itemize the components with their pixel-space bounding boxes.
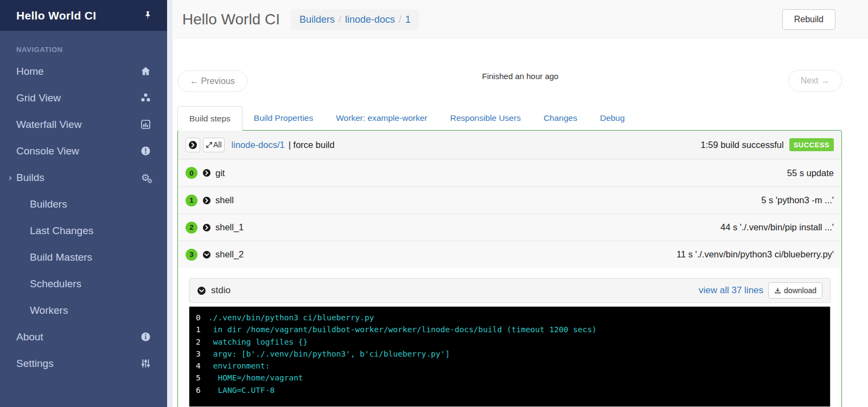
step-number-badge: 2 xyxy=(186,222,197,234)
sidebar-item-build-masters[interactable]: Build Masters xyxy=(0,244,167,270)
build-step-row-shell_2[interactable]: 3shell_211 s './.venv/bin/python3 ci/blu… xyxy=(178,241,841,268)
sidebar-item-waterfall-view[interactable]: Waterfall View xyxy=(0,111,167,138)
log-header: stdio view all 37 lines download xyxy=(189,278,831,303)
sidebar-item-label: Builds xyxy=(16,172,139,184)
chevron-down-circle-icon[interactable] xyxy=(202,250,215,259)
tab-changes[interactable]: Changes xyxy=(532,106,589,130)
log-line: 1 in dir /home/vagrant/buildbot-worker/w… xyxy=(196,324,824,335)
log-line-text: environment: xyxy=(208,360,270,372)
sidebar: Hello World CI NAVIGATION HomeGrid ViewW… xyxy=(0,0,167,407)
sidebar-item-label: Home xyxy=(16,66,139,77)
step-duration-detail: 44 s './.venv/bin/pip install ...' xyxy=(720,222,834,232)
exclamation-circle-icon xyxy=(139,145,151,157)
sidebar-gutter xyxy=(167,0,173,407)
log-line-text: argv: [b'./.venv/bin/python3', b'ci/blue… xyxy=(208,348,450,360)
tab-build-steps[interactable]: Build steps xyxy=(177,106,242,131)
expand-all-label: All xyxy=(213,140,222,149)
log-line: 4 environment: xyxy=(196,360,824,372)
step-number-badge: 0 xyxy=(186,167,197,179)
download-label: download xyxy=(784,286,816,295)
sidebar-item-label: Builders xyxy=(30,198,151,210)
build-pager: ← Previous Finished an hour ago Next → xyxy=(173,39,868,106)
sidebar-item-builds[interactable]: ›Builds⚙⚙ xyxy=(0,164,167,191)
build-step-row-shell_1[interactable]: 2shell_144 s './.venv/bin/pip install ..… xyxy=(178,214,841,241)
log-line-text: HOME=/home/vagrant xyxy=(208,372,303,384)
expand-chevron-icon[interactable]: › xyxy=(9,172,16,183)
sidebar-item-label: Build Masters xyxy=(30,251,151,263)
gears-icon: ⚙⚙ xyxy=(139,172,151,184)
build-panel-heading: All linode-docs/1 | force build 1:59 bui… xyxy=(178,131,841,159)
sidebar-item-label: Grid View xyxy=(16,92,139,104)
sidebar-item-workers[interactable]: Workers xyxy=(0,297,167,324)
step-number-badge: 1 xyxy=(186,195,197,206)
next-build-button[interactable]: Next → xyxy=(788,70,842,92)
step-name: shell xyxy=(215,195,234,205)
cubes-icon xyxy=(139,92,151,104)
breadcrumb-link[interactable]: Builders xyxy=(299,14,335,25)
sidebar-item-label: Waterfall View xyxy=(16,119,139,131)
home-icon xyxy=(139,66,151,77)
log-line-number: 4 xyxy=(196,360,203,372)
tab-worker-example-worker[interactable]: Worker: example-worker xyxy=(324,106,439,130)
builder-build-link[interactable]: linode-docs/1 xyxy=(232,140,285,150)
view-all-lines-link[interactable]: view all 37 lines xyxy=(699,285,763,296)
tab-debug[interactable]: Debug xyxy=(589,106,636,130)
build-duration-status: 1:59 build successful xyxy=(700,140,783,150)
sidebar-item-label: Schedulers xyxy=(30,278,151,290)
sidebar-item-settings[interactable]: Settings xyxy=(0,350,167,377)
tab-build-properties[interactable]: Build Properties xyxy=(242,106,324,130)
bar-chart-icon xyxy=(139,119,151,131)
sidebar-item-grid-view[interactable]: Grid View xyxy=(0,85,167,111)
download-button[interactable]: download xyxy=(768,282,822,299)
log-line: 5 HOME=/home/vagrant xyxy=(196,372,824,384)
stdio-terminal[interactable]: 0./.venv/bin/python3 ci/blueberry.py1 in… xyxy=(189,306,831,407)
chevron-right-circle-icon[interactable] xyxy=(202,196,215,205)
sidebar-nav: HomeGrid ViewWaterfall ViewConsole View›… xyxy=(0,58,167,407)
sidebar-item-about[interactable]: About xyxy=(0,324,167,350)
step-name: shell_1 xyxy=(215,222,244,232)
log-title: stdio xyxy=(211,285,231,296)
step-number-badge: 3 xyxy=(186,249,197,261)
sidebar-item-schedulers[interactable]: Schedulers xyxy=(0,270,167,297)
build-finished-status: Finished an hour ago xyxy=(173,72,868,81)
log-line-number: 6 xyxy=(196,384,203,396)
log-line: 6 LANG=C.UTF-8 xyxy=(196,384,824,396)
build-reason: | force build xyxy=(289,140,335,150)
tab-responsible-users[interactable]: Responsible Users xyxy=(439,106,532,130)
log-line-text: ./.venv/bin/python3 ci/blueberry.py xyxy=(208,312,374,324)
breadcrumb-separator: / xyxy=(395,14,405,25)
expand-all-button[interactable]: All xyxy=(203,138,225,152)
build-step-row-shell[interactable]: 1shell5 s 'python3 -m ...' xyxy=(178,186,841,214)
sidebar-item-label: Last Changes xyxy=(30,225,151,237)
rebuild-button[interactable]: Rebuild xyxy=(782,9,835,30)
sliders-icon xyxy=(139,358,151,370)
build-panel: All linode-docs/1 | force build 1:59 bui… xyxy=(177,130,842,407)
log-line-text: watching logfiles {} xyxy=(208,336,308,348)
breadcrumb-link[interactable]: linode-docs xyxy=(345,14,395,25)
pin-icon[interactable] xyxy=(143,11,152,20)
step-duration-detail: 11 s './.venv/bin/python3 ci/blueberry.p… xyxy=(676,249,834,260)
sidebar-item-last-changes[interactable]: Last Changes xyxy=(0,217,167,244)
step-expanded-area: stdio view all 37 lines download 0./.ven… xyxy=(178,268,841,407)
sidebar-item-home[interactable]: Home xyxy=(0,58,167,85)
log-line-number: 5 xyxy=(196,372,203,384)
step-name: git xyxy=(215,168,225,178)
chevron-right-circle-icon[interactable] xyxy=(202,169,215,177)
build-step-row-git[interactable]: 0git55 s update xyxy=(178,159,841,186)
sidebar-item-builders[interactable]: Builders xyxy=(0,191,167,217)
app-title: Hello World CI xyxy=(16,9,96,22)
status-badge: SUCCESS xyxy=(789,138,834,151)
chevron-down-circle-icon[interactable] xyxy=(197,286,211,295)
collapse-toggle-button[interactable] xyxy=(186,138,200,152)
log-line-number: 2 xyxy=(196,336,203,348)
sidebar-item-label: Console View xyxy=(16,145,139,157)
sidebar-item-console-view[interactable]: Console View xyxy=(0,138,167,164)
log-line-text: in dir /home/vagrant/buildbot-worker/wor… xyxy=(208,324,597,335)
step-name: shell_2 xyxy=(215,249,244,260)
page-title: Hello World CI xyxy=(182,11,280,28)
chevron-right-circle-icon xyxy=(188,140,197,150)
nav-section-label: NAVIGATION xyxy=(0,31,167,58)
breadcrumb-link[interactable]: 1 xyxy=(405,14,411,25)
log-line-text: LANG=C.UTF-8 xyxy=(208,384,275,396)
chevron-right-circle-icon[interactable] xyxy=(202,223,215,232)
